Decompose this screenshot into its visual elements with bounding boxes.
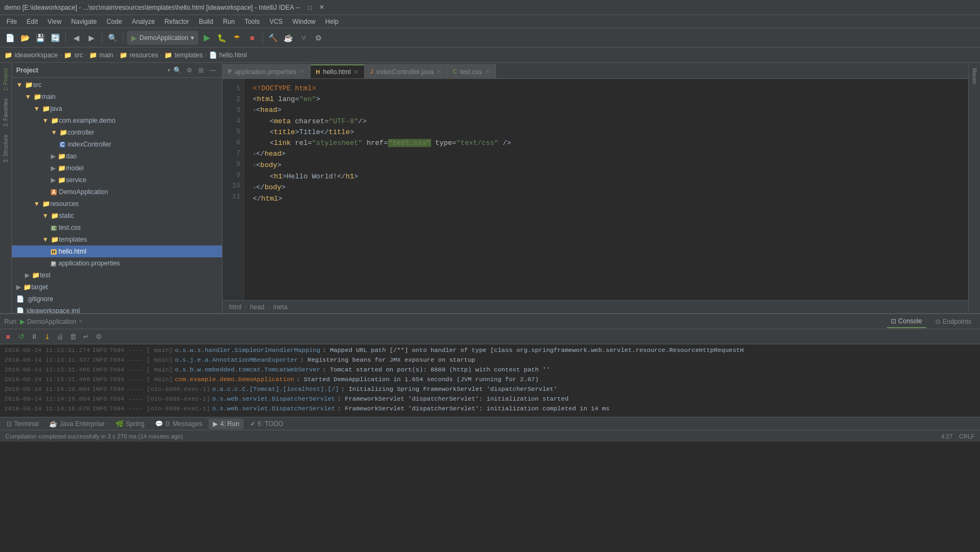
- toolbar-save-btn[interactable]: 💾: [33, 31, 46, 44]
- editor-tab-test-css[interactable]: C test.css ✕: [447, 64, 496, 78]
- toolbar-new-btn[interactable]: 📄: [3, 31, 16, 44]
- tree-item-test[interactable]: ▶ 📁 test: [12, 269, 222, 281]
- stop-run-btn[interactable]: ■: [2, 331, 14, 343]
- project-header-expand[interactable]: ⊞: [196, 65, 206, 75]
- tree-item-com.example.demo[interactable]: ▼ 📁 com.example.demo: [12, 115, 222, 127]
- run-button[interactable]: ▶: [200, 31, 213, 44]
- menu-tools[interactable]: Tools: [240, 17, 264, 26]
- side-tab-structure[interactable]: 3: Structure: [2, 131, 10, 166]
- menu-analyze[interactable]: Analyze: [127, 17, 159, 26]
- close-button[interactable]: ✕: [318, 4, 325, 11]
- toolbar-sync-btn[interactable]: 🔄: [49, 31, 62, 44]
- tree-item-ideaworkspace.iml[interactable]: 📄 ideaworkspace.iml: [12, 305, 222, 313]
- maximize-button[interactable]: □: [306, 4, 313, 11]
- menu-window[interactable]: Window: [288, 17, 320, 26]
- tree-item-resources[interactable]: ▼ 📁 resources: [12, 198, 222, 210]
- bc-head[interactable]: head: [250, 303, 265, 311]
- tree-item-static[interactable]: ▼ 📁 static: [12, 210, 222, 222]
- editor-tab-indexController-java[interactable]: J indexController.java ✕: [365, 64, 447, 78]
- rerun-btn[interactable]: ↺: [15, 331, 27, 343]
- project-header-dropdown[interactable]: ▾: [167, 67, 170, 73]
- breadcrumb-templates[interactable]: templates: [174, 51, 203, 59]
- breadcrumb-ideaworkspace[interactable]: ideaworkspace: [15, 51, 58, 59]
- coverage-button[interactable]: ☂: [231, 31, 244, 44]
- breadcrumb-main[interactable]: main: [99, 51, 113, 59]
- tab-close-btn[interactable]: ✕: [300, 68, 305, 75]
- status-position[interactable]: 4:27: [941, 433, 952, 440]
- editor-tab-hello-html[interactable]: H hello.html ✕: [311, 64, 365, 78]
- menu-build[interactable]: Build: [194, 17, 218, 26]
- run-configuration[interactable]: ▶ DemoApplication ▾: [127, 31, 198, 45]
- project-header-collapse[interactable]: —: [208, 65, 218, 75]
- tab-close-btn[interactable]: ✕: [437, 68, 441, 75]
- menu-view[interactable]: View: [43, 17, 66, 26]
- code-content[interactable]: <!DOCTYPE html><html lang="en">▾<head> <…: [244, 79, 968, 300]
- status-encoding[interactable]: CRLF: [959, 433, 975, 440]
- tree-item-java[interactable]: ▼ 📁 java: [12, 103, 222, 115]
- run-app-name[interactable]: DemoApplication: [27, 318, 76, 325]
- menu-refactor[interactable]: Refactor: [160, 17, 193, 26]
- tree-item-templates[interactable]: ▼ 📁 templates: [12, 234, 222, 245]
- menu-edit[interactable]: Edit: [22, 17, 42, 26]
- tree-item-indexController[interactable]: C indexController: [12, 138, 222, 150]
- bc-meta[interactable]: meta: [273, 303, 287, 311]
- tree-item-service[interactable]: ▶ 📁 service: [12, 174, 222, 186]
- bottom-tab-terminal[interactable]: ⊡ Terminal: [2, 418, 43, 429]
- soft-wrap-btn[interactable]: ↵: [80, 331, 92, 343]
- toolbar-settings-btn[interactable]: ⚙: [312, 31, 325, 44]
- tree-item-.gitignore[interactable]: 📄 .gitignore: [12, 293, 222, 305]
- tab-close-btn[interactable]: ✕: [485, 68, 490, 75]
- clear-btn[interactable]: 🗑: [67, 331, 79, 343]
- print-btn[interactable]: 🖨: [54, 331, 66, 343]
- tree-item-src[interactable]: ▼ 📁 src: [12, 79, 222, 91]
- tree-item-controller[interactable]: ▼ 📁 controller: [12, 127, 222, 138]
- toolbar-back-btn[interactable]: ◀: [70, 31, 83, 44]
- tree-item-main[interactable]: ▼ 📁 main: [12, 91, 222, 103]
- settings-run-btn[interactable]: ⚙: [93, 331, 105, 343]
- bc-html[interactable]: html: [229, 303, 241, 311]
- menu-file[interactable]: File: [2, 17, 21, 26]
- bottom-tab-messages[interactable]: 💬 0: Messages: [151, 418, 206, 429]
- tree-item-hello.html[interactable]: H hello.html: [12, 245, 222, 257]
- menu-help[interactable]: Help: [321, 17, 343, 26]
- tree-item-model[interactable]: ▶ 📁 model: [12, 162, 222, 174]
- menu-navigate[interactable]: Navigate: [67, 17, 101, 26]
- editor-tab-application-properties[interactable]: P application.properties ✕: [223, 64, 311, 78]
- right-tab-maven[interactable]: Maven: [970, 65, 978, 88]
- toolbar-open-btn[interactable]: 📂: [18, 31, 31, 44]
- breadcrumb-file[interactable]: hello.html: [219, 51, 247, 59]
- bottom-tab-todo[interactable]: ✔ 6: TODO: [246, 418, 288, 429]
- toolbar-search-btn[interactable]: 🔍: [106, 31, 119, 44]
- toolbar-forward-btn[interactable]: ▶: [85, 31, 98, 44]
- code-editor[interactable]: 1234567891011 <!DOCTYPE html><html lang=…: [223, 79, 968, 300]
- side-tab-favorites[interactable]: 2: Favorites: [2, 95, 10, 130]
- project-header-search[interactable]: 🔍: [172, 65, 182, 75]
- minimize-button[interactable]: ─: [294, 4, 301, 11]
- bottom-tab-run[interactable]: ▶ 4: Run: [209, 418, 243, 429]
- run-tab-endpoints[interactable]: ⊙ Endpoints: [931, 315, 976, 328]
- breadcrumb-resources[interactable]: resources: [130, 51, 158, 59]
- debug-button[interactable]: 🐛: [216, 31, 229, 44]
- pause-btn[interactable]: ⏸: [28, 331, 40, 343]
- tree-item-test.css[interactable]: C test.css: [12, 222, 222, 234]
- scroll-end-btn[interactable]: ⤓: [41, 331, 53, 343]
- tree-item-application.properties[interactable]: P application.properties: [12, 257, 222, 269]
- project-header-gear[interactable]: ⚙: [184, 65, 194, 75]
- menu-code[interactable]: Code: [102, 17, 126, 26]
- menu-run[interactable]: Run: [219, 17, 239, 26]
- tree-item-target[interactable]: ▶ 📁 target: [12, 281, 222, 293]
- menu-vcs[interactable]: VCS: [265, 17, 287, 26]
- toolbar-vcs-btn[interactable]: ⑂: [297, 31, 310, 44]
- run-close[interactable]: ✕: [78, 318, 83, 324]
- run-tab-console[interactable]: ⊡ Console: [887, 315, 927, 328]
- breadcrumb-src[interactable]: src: [74, 51, 83, 59]
- toolbar-build-btn[interactable]: 🔨: [267, 31, 280, 44]
- tab-close-btn[interactable]: ✕: [354, 69, 359, 76]
- bottom-tab-java-enterprise[interactable]: ☕ Java Enterprise: [45, 418, 109, 429]
- toolbar-sdk-btn[interactable]: ☕: [282, 31, 295, 44]
- bottom-tab-spring[interactable]: 🌿 Spring: [111, 418, 149, 429]
- tree-item-dao[interactable]: ▶ 📁 dao: [12, 150, 222, 162]
- side-tab-project[interactable]: 1: Project: [2, 65, 10, 94]
- stop-button[interactable]: ■: [246, 31, 259, 44]
- tree-item-DemoApplication[interactable]: A DemoApplication: [12, 186, 222, 198]
